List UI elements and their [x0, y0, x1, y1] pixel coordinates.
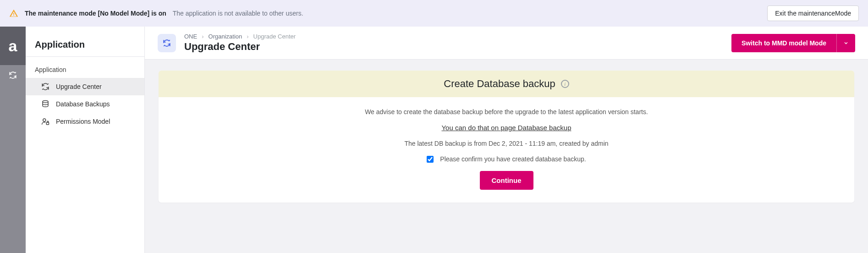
sidebar-item-permissions-model[interactable]: Permissions Model	[26, 113, 144, 130]
sidebar-item-upgrade-center[interactable]: Upgrade Center	[26, 78, 144, 95]
card-body: We advise to create the database backup …	[159, 97, 854, 203]
user-lock-icon	[41, 117, 49, 126]
app-logo: a	[9, 38, 17, 54]
banner-message: The maintenance mode [No Model Mode] is …	[25, 10, 303, 17]
switch-mode-button[interactable]: Switch to MMD model Mode	[731, 34, 836, 52]
refresh-icon	[9, 71, 17, 79]
svg-rect-2	[46, 122, 49, 125]
backup-card: Create Database backup i We advise to cr…	[159, 71, 854, 203]
content-area: ONE › Organization › Upgrade Center Upgr…	[145, 27, 868, 253]
sidebar-group-label: Application	[26, 56, 144, 78]
sidebar-nav: Upgrade Center Database Backups Permissi…	[26, 78, 144, 130]
banner-light-text: The application is not available to othe…	[173, 10, 303, 17]
page-icon-box	[158, 34, 176, 52]
continue-button[interactable]: Continue	[480, 171, 533, 190]
latest-backup-text: The latest DB backup is from Dec 2, 2021…	[404, 140, 608, 147]
info-icon[interactable]: i	[561, 80, 569, 88]
svg-point-1	[43, 119, 46, 121]
icon-rail: a	[0, 27, 26, 253]
refresh-icon	[163, 39, 171, 47]
chevron-right-icon: ›	[247, 33, 248, 40]
confirm-label: Please confirm you have created database…	[440, 155, 586, 163]
database-icon	[41, 100, 49, 108]
confirm-checkbox[interactable]	[427, 156, 434, 163]
database-backup-link[interactable]: You can do that on page Database backup	[441, 124, 571, 132]
confirm-row[interactable]: Please confirm you have created database…	[427, 155, 586, 163]
sidebar-item-label: Database Backups	[56, 100, 110, 108]
chevron-right-icon: ›	[202, 33, 203, 40]
sidebar: Application Application Upgrade Center D…	[26, 27, 145, 253]
advise-text: We advise to create the database backup …	[365, 108, 648, 116]
breadcrumb: ONE › Organization › Upgrade Center	[184, 33, 296, 40]
refresh-icon	[41, 82, 49, 91]
banner-bold-text: The maintenance mode [No Model Mode] is …	[25, 10, 166, 17]
page-title: Upgrade Center	[184, 41, 296, 53]
sidebar-item-database-backups[interactable]: Database Backups	[26, 95, 144, 113]
chevron-down-icon	[843, 40, 849, 46]
warning-icon	[9, 9, 18, 18]
topbar: ONE › Organization › Upgrade Center Upgr…	[145, 27, 868, 60]
exit-maintenance-button[interactable]: Exit the maintenanceMode	[767, 6, 859, 21]
breadcrumb-one[interactable]: ONE	[184, 33, 197, 40]
mode-button-group: Switch to MMD model Mode	[731, 34, 855, 52]
breadcrumb-current: Upgrade Center	[253, 33, 296, 40]
svg-point-0	[43, 101, 48, 103]
card-header: Create Database backup i	[159, 71, 854, 97]
switch-mode-dropdown[interactable]	[836, 34, 855, 52]
rail-item-refresh[interactable]	[0, 65, 26, 85]
sidebar-title: Application	[26, 27, 144, 56]
sidebar-item-label: Permissions Model	[56, 118, 110, 125]
maintenance-banner: The maintenance mode [No Model Mode] is …	[0, 0, 868, 27]
sidebar-item-label: Upgrade Center	[56, 83, 102, 90]
breadcrumb-organization[interactable]: Organization	[209, 33, 242, 40]
logo-cell[interactable]: a	[0, 27, 26, 65]
card-title: Create Database backup	[444, 78, 555, 90]
